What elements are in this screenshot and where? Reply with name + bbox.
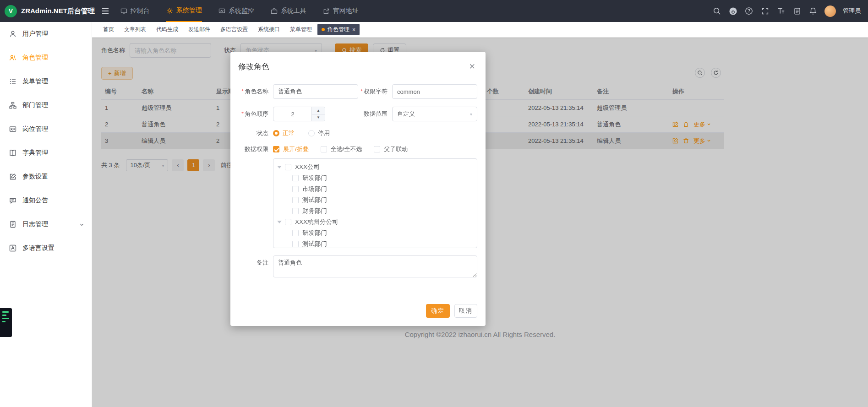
checkbox-label: 父子联动 bbox=[384, 145, 408, 153]
perm-char-field[interactable] bbox=[392, 84, 477, 99]
data-scope-select[interactable]: 自定义 ▾ bbox=[392, 107, 477, 121]
tree-node-dept[interactable]: 研发部门 bbox=[273, 173, 477, 184]
checkbox-icon[interactable] bbox=[292, 208, 299, 214]
sidebar-item-i18n[interactable]: 多语言设置 bbox=[0, 236, 92, 260]
widget-bar bbox=[2, 311, 9, 313]
chevron-down-icon: ▾ bbox=[470, 112, 472, 117]
dialog-footer: 确定 取消 bbox=[426, 304, 477, 318]
help-icon[interactable] bbox=[744, 6, 753, 16]
screen-recorder-widget[interactable] bbox=[0, 308, 12, 337]
sidebar-item-notices[interactable]: 通知公告 bbox=[0, 189, 92, 212]
nav-item-system-manage[interactable]: 系统管理 bbox=[166, 0, 202, 22]
tree-node-company-1[interactable]: XXX公司 bbox=[273, 162, 477, 173]
cancel-button[interactable]: 取消 bbox=[454, 304, 477, 318]
checkbox-icon bbox=[273, 146, 279, 152]
sidebar-item-label: 岗位管理 bbox=[22, 125, 48, 133]
nav-item-console[interactable]: 控制台 bbox=[120, 0, 150, 22]
app-logo[interactable]: V ZRAdmin.NET后台管理 bbox=[0, 5, 95, 17]
tree-node-label: 研发部门 bbox=[302, 229, 327, 237]
status-radio-disabled[interactable]: 停用 bbox=[308, 129, 330, 137]
tree-expand-icon[interactable] bbox=[277, 221, 282, 223]
bell-icon[interactable] bbox=[808, 6, 818, 16]
remark-field-label: 备注 bbox=[230, 255, 273, 267]
stepper-down-button[interactable]: ▼ bbox=[312, 114, 325, 121]
radio-label: 停用 bbox=[318, 129, 330, 137]
status-radio-normal[interactable]: 正常 bbox=[273, 129, 295, 137]
role-order-input[interactable] bbox=[273, 111, 312, 118]
expand-collapse-checkbox[interactable]: 展开/折叠 bbox=[273, 145, 309, 153]
github-icon[interactable] bbox=[728, 6, 737, 16]
checkbox-icon[interactable] bbox=[292, 241, 299, 247]
radio-label: 正常 bbox=[283, 129, 295, 137]
sidebar-item-logs[interactable]: 日志管理 bbox=[0, 212, 92, 236]
close-icon[interactable]: × bbox=[352, 27, 355, 33]
document-icon[interactable] bbox=[792, 6, 802, 16]
checkbox-icon[interactable] bbox=[285, 164, 291, 170]
data-scope-field-label: 数据范围 bbox=[358, 110, 392, 118]
sidebar-item-posts[interactable]: 岗位管理 bbox=[0, 117, 92, 141]
sidebar-item-menus[interactable]: 菜单管理 bbox=[0, 70, 92, 93]
nav-item-system-monitor[interactable]: 系统监控 bbox=[218, 0, 254, 22]
tab-home[interactable]: 首页 bbox=[98, 24, 119, 35]
tab-menu-manage[interactable]: 菜单管理 bbox=[285, 24, 317, 35]
tree-node-dept[interactable]: 测试部门 bbox=[273, 195, 477, 206]
sidebar-item-label: 多语言设置 bbox=[22, 244, 55, 252]
checkbox-label: 展开/折叠 bbox=[283, 145, 309, 153]
tab-i18n[interactable]: 多语言设置 bbox=[216, 24, 252, 35]
search-icon[interactable] bbox=[712, 6, 721, 16]
radio-icon bbox=[273, 130, 279, 136]
nav-item-label: 系统工具 bbox=[281, 7, 306, 15]
tree-node-label: 测试部门 bbox=[302, 240, 327, 248]
tab-role-manage[interactable]: 角色管理 × bbox=[317, 24, 360, 35]
sidebar-item-params[interactable]: 参数设置 bbox=[0, 165, 92, 189]
tab-code-gen[interactable]: 代码生成 bbox=[152, 24, 183, 35]
sidebar-item-label: 日志管理 bbox=[22, 220, 48, 228]
nav-item-system-tools[interactable]: 系统工具 bbox=[271, 0, 306, 22]
edit-role-dialog: 修改角色 ✕ *角色名称 *权限字符 *角色顺序 ▲ ▼ bbox=[230, 52, 486, 326]
nav-item-website[interactable]: 官网地址 bbox=[323, 0, 359, 22]
sidebar-item-label: 参数设置 bbox=[22, 173, 48, 181]
sidebar: 用户管理 角色管理 菜单管理 部门管理 岗位管理 字典管理 参数设置 通知公告 … bbox=[0, 22, 92, 407]
tree-node-dept[interactable]: 研发部门 bbox=[273, 228, 477, 239]
tree-node-dept[interactable]: 市场部门 bbox=[273, 184, 477, 195]
confirm-button[interactable]: 确定 bbox=[426, 304, 450, 318]
select-all-checkbox[interactable]: 全选/全不选 bbox=[321, 145, 362, 153]
tab-system-api[interactable]: 系统接口 bbox=[253, 24, 284, 35]
close-icon[interactable]: ✕ bbox=[469, 63, 475, 71]
tree-node-dept[interactable]: 财务部门 bbox=[273, 206, 477, 217]
tree-expand-icon[interactable] bbox=[277, 166, 282, 168]
checkbox-icon[interactable] bbox=[292, 197, 299, 203]
widget-bar bbox=[2, 321, 5, 322]
sidebar-item-users[interactable]: 用户管理 bbox=[0, 22, 92, 46]
sidebar-item-roles[interactable]: 角色管理 bbox=[0, 46, 92, 70]
role-order-field-label: *角色顺序 bbox=[230, 110, 273, 118]
checkbox-icon[interactable] bbox=[292, 175, 299, 181]
user-avatar[interactable] bbox=[824, 5, 836, 17]
required-star: * bbox=[241, 110, 244, 117]
chevron-down-icon bbox=[79, 222, 84, 227]
checkbox-icon[interactable] bbox=[285, 219, 291, 225]
tree-node-label: XXX杭州分公司 bbox=[295, 218, 338, 226]
tab-send-mail[interactable]: 发送邮件 bbox=[184, 24, 215, 35]
tree-node-dept[interactable]: 测试部门 bbox=[273, 239, 477, 248]
parent-child-link-checkbox[interactable]: 父子联动 bbox=[374, 145, 408, 153]
sidebar-item-label: 字典管理 bbox=[22, 149, 48, 157]
sidebar-item-label: 部门管理 bbox=[22, 101, 48, 109]
checkbox-icon[interactable] bbox=[292, 186, 299, 192]
remark-textarea[interactable]: 普通角色 bbox=[273, 255, 477, 277]
sidebar-item-dicts[interactable]: 字典管理 bbox=[0, 141, 92, 165]
dept-tree: XXX公司 研发部门 市场部门 测试部门 财务部门 XXX杭州分公司 bbox=[273, 158, 477, 248]
username-label[interactable]: 管理员 bbox=[843, 7, 861, 15]
data-perm-field-label: 数据权限 bbox=[230, 145, 273, 153]
tabs-bar: 首页 文章列表 代码生成 发送邮件 多语言设置 系统接口 菜单管理 角色管理 × bbox=[92, 22, 868, 38]
sidebar-item-departments[interactable]: 部门管理 bbox=[0, 93, 92, 117]
role-name-field[interactable] bbox=[273, 84, 358, 99]
fullscreen-icon[interactable] bbox=[760, 6, 770, 16]
tree-node-company-2[interactable]: XXX杭州分公司 bbox=[273, 217, 477, 228]
tree-node-label: 市场部门 bbox=[302, 185, 327, 193]
layout-size-icon[interactable] bbox=[776, 6, 786, 16]
checkbox-icon[interactable] bbox=[292, 230, 299, 236]
tab-article-list[interactable]: 文章列表 bbox=[120, 24, 151, 35]
stepper-up-button[interactable]: ▲ bbox=[312, 107, 325, 114]
sidebar-toggle-icon[interactable] bbox=[101, 7, 109, 15]
